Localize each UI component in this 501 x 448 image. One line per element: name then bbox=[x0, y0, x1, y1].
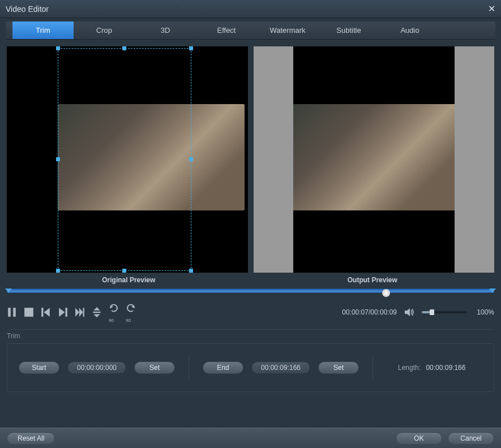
trim-end-button[interactable]: End bbox=[203, 361, 243, 374]
preview-labels: Original Preview Output Preview bbox=[7, 276, 494, 284]
svg-rect-0 bbox=[8, 308, 11, 317]
svg-rect-1 bbox=[13, 308, 16, 317]
volume-knob[interactable] bbox=[430, 309, 434, 315]
timecode: 00:00:07/00:00:09 bbox=[342, 308, 397, 316]
ok-button[interactable]: OK bbox=[396, 432, 442, 445]
svg-rect-6 bbox=[66, 308, 67, 317]
trim-section-label: Trim bbox=[7, 332, 494, 340]
trim-marker-end[interactable] bbox=[489, 288, 496, 293]
trim-length-value: 00:00:09:166 bbox=[426, 364, 465, 372]
volume-icon[interactable] bbox=[404, 307, 415, 318]
playhead[interactable] bbox=[382, 289, 390, 297]
tab-effect[interactable]: Effect bbox=[196, 21, 257, 39]
preview-area bbox=[7, 46, 494, 273]
svg-rect-3 bbox=[41, 308, 43, 317]
svg-marker-7 bbox=[75, 308, 79, 317]
trim-end-set-button[interactable]: Set bbox=[318, 361, 359, 374]
svg-rect-9 bbox=[83, 308, 84, 317]
svg-marker-13 bbox=[405, 308, 410, 316]
original-preview-label: Original Preview bbox=[7, 276, 251, 284]
trim-length-label: Length: bbox=[398, 364, 421, 372]
rotate-right-icon[interactable]: 90 bbox=[126, 303, 136, 321]
tab-3d[interactable]: 3D bbox=[135, 21, 196, 39]
divider bbox=[372, 356, 373, 379]
timeline-track[interactable] bbox=[7, 288, 494, 293]
crop-handle-bl[interactable] bbox=[56, 269, 60, 273]
trim-length: Length: 00:00:09:166 bbox=[398, 364, 465, 372]
original-preview[interactable] bbox=[7, 46, 248, 273]
titlebar: Video Editor ✕ bbox=[0, 0, 501, 18]
tab-subtitle[interactable]: Subtitle bbox=[318, 21, 379, 39]
next-frame-icon[interactable] bbox=[58, 307, 68, 317]
output-preview bbox=[254, 46, 495, 273]
crop-handle-br[interactable] bbox=[189, 269, 193, 273]
footer: Reset All OK Cancel bbox=[0, 428, 501, 448]
window-title: Video Editor bbox=[6, 5, 488, 14]
letterbox-right bbox=[455, 46, 494, 273]
trim-marker-start[interactable] bbox=[5, 288, 12, 293]
crop-handle-b[interactable] bbox=[122, 269, 126, 273]
flip-vertical-icon[interactable] bbox=[92, 307, 102, 317]
cancel-button[interactable]: Cancel bbox=[448, 432, 494, 445]
svg-marker-12 bbox=[93, 314, 100, 317]
tabs: Trim Crop 3D Effect Watermark Subtitle A… bbox=[6, 21, 495, 40]
letterbox-left bbox=[254, 46, 293, 273]
crop-handle-tl[interactable] bbox=[56, 46, 60, 50]
svg-marker-4 bbox=[44, 308, 50, 317]
trim-start-button[interactable]: Start bbox=[19, 361, 59, 374]
trim-section: Trim Start 00:00:00:000 Set End 00:00:09… bbox=[7, 329, 494, 392]
divider bbox=[189, 356, 189, 379]
rotate-left-icon[interactable]: 90 bbox=[109, 303, 119, 321]
svg-marker-10 bbox=[93, 307, 100, 311]
stop-icon[interactable] bbox=[24, 307, 34, 317]
output-preview-label: Output Preview bbox=[251, 276, 495, 284]
reset-all-button[interactable]: Reset All bbox=[7, 432, 55, 445]
trim-controls: Start 00:00:00:000 Set End 00:00:09:166 … bbox=[7, 343, 494, 392]
crop-handle-tr[interactable] bbox=[189, 46, 193, 50]
crop-handle-l[interactable] bbox=[56, 157, 60, 161]
crop-handle-t[interactable] bbox=[122, 46, 126, 50]
tab-trim[interactable]: Trim bbox=[12, 21, 74, 39]
svg-rect-11 bbox=[93, 312, 101, 313]
volume-slider[interactable] bbox=[422, 311, 467, 313]
svg-rect-2 bbox=[24, 308, 33, 317]
trim-start-value[interactable]: 00:00:00:000 bbox=[67, 361, 126, 374]
playback-controls: 90 90 00:00:07/00:00:09 100% bbox=[7, 303, 494, 321]
timeline[interactable] bbox=[7, 288, 494, 298]
svg-marker-8 bbox=[79, 308, 83, 317]
svg-marker-5 bbox=[59, 308, 65, 317]
trim-start-set-button[interactable]: Set bbox=[134, 361, 175, 374]
crop-handle-r[interactable] bbox=[189, 157, 193, 161]
tab-watermark[interactable]: Watermark bbox=[257, 21, 318, 39]
pause-icon[interactable] bbox=[7, 307, 17, 317]
close-icon[interactable]: ✕ bbox=[488, 3, 495, 14]
crop-selection[interactable] bbox=[58, 48, 191, 271]
tab-crop[interactable]: Crop bbox=[74, 21, 135, 39]
tab-audio[interactable]: Audio bbox=[379, 21, 440, 39]
volume-percent: 100% bbox=[474, 308, 494, 316]
skip-end-icon[interactable] bbox=[75, 307, 85, 317]
video-frame-output bbox=[293, 104, 455, 210]
trim-end-value[interactable]: 00:00:09:166 bbox=[251, 361, 310, 374]
prev-frame-icon[interactable] bbox=[41, 307, 51, 317]
